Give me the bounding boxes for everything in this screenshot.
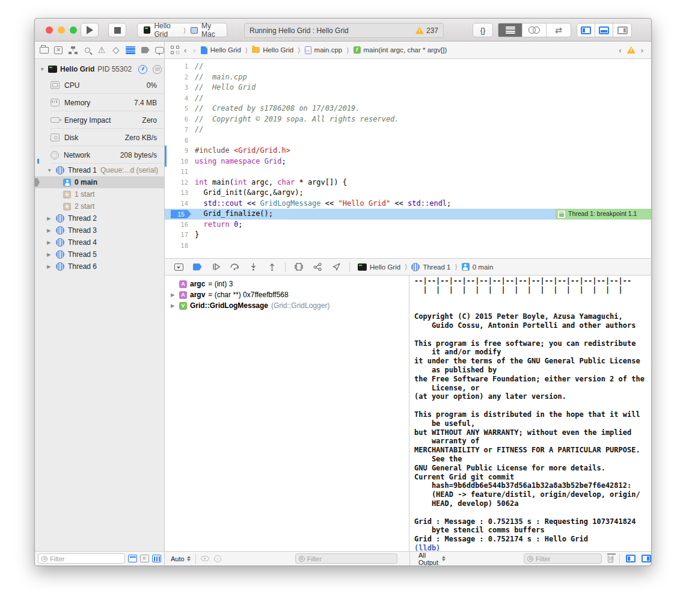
code-line[interactable]: 13 Grid_init(&argc,&argv); [165, 188, 651, 199]
show-only-interesting-button[interactable] [152, 555, 161, 562]
navigator-filter-input[interactable] [50, 555, 121, 562]
code-line[interactable]: 10using namespace Grid; [165, 156, 651, 167]
variables-filter-input[interactable] [307, 555, 394, 562]
stop-button[interactable] [108, 23, 126, 37]
breadcrumb-project[interactable]: Hello Grid [210, 46, 241, 54]
show-crashed-threads-button[interactable] [140, 555, 149, 562]
console-filter-field[interactable] [524, 553, 602, 564]
debug-view-hierarchy-button[interactable] [293, 262, 304, 272]
symbol-navigator-tab[interactable] [69, 45, 78, 55]
toggle-navigator-button[interactable] [577, 23, 595, 37]
code-line[interactable]: 18 [165, 241, 651, 251]
code-line[interactable]: 11 [165, 167, 651, 177]
info-icon[interactable]: i [214, 555, 221, 562]
variable-row[interactable]: ▶VGrid::GridLogMessage(Grid::GridLogger) [165, 300, 409, 311]
toggle-debug-area-button[interactable] [595, 23, 613, 37]
code-line[interactable]: 6// Copyright © 2019 sopa. All rights re… [165, 114, 651, 125]
issue-navigator-tab[interactable]: ⚠ [97, 45, 106, 55]
source-control-navigator-tab[interactable]: ✕ [54, 45, 63, 55]
go-forward-button[interactable]: › [191, 46, 197, 55]
minimize-window-button[interactable] [58, 26, 65, 34]
disclosure-icon[interactable]: ▶ [171, 292, 176, 298]
breadcrumb-file[interactable]: main.cpp [314, 46, 343, 54]
thread-row[interactable]: ▶Thread 6 [35, 260, 164, 273]
variables-view[interactable]: Aargc= (int) 3▶Aargv= (char **) 0x7ffeef… [165, 276, 409, 551]
code-line[interactable]: 7// [165, 125, 651, 135]
stack-frame-row[interactable]: 0 main [35, 176, 164, 188]
gauge-row-energy-impact[interactable]: Energy ImpactZero [35, 111, 164, 129]
lldb-prompt[interactable]: (lldb) [414, 544, 651, 551]
hide-debug-area-button[interactable] [173, 262, 184, 272]
related-items-icon[interactable] [171, 46, 179, 54]
source-editor[interactable]: 1//2// main.cpp3// Hello Grid4//5// Crea… [165, 59, 651, 258]
thread-row[interactable]: ▶Thread 4 [35, 236, 164, 248]
code-line[interactable]: 2// main.cpp [165, 72, 651, 83]
show-running-blocks-button[interactable] [128, 555, 137, 562]
variable-row[interactable]: ▶Aargv= (char **) 0x7ffeefbff568 [165, 289, 409, 300]
thread-row[interactable]: ▶Thread 5 [35, 248, 164, 260]
variables-filter-field[interactable] [295, 553, 397, 564]
next-issue-button[interactable]: › [639, 46, 645, 55]
quicklook-icon[interactable] [201, 556, 209, 561]
stack-frame-row[interactable]: ✳1 start [35, 188, 164, 200]
thread-row[interactable]: ▶Thread 2 [35, 212, 164, 224]
code-line[interactable]: 17} [165, 230, 651, 241]
console-output[interactable]: --|--|--|--|--|--|--|--|--|--|--|--|--|-… [410, 276, 651, 551]
version-editor-button[interactable]: ⇄ [547, 23, 571, 37]
console-scope-select[interactable]: All Output [418, 552, 446, 566]
test-navigator-tab[interactable]: ◇ [111, 45, 120, 55]
variables-scope-select[interactable]: Auto [171, 555, 191, 562]
navigator-filter-field[interactable] [38, 553, 125, 564]
variable-row[interactable]: Aargc= (int) 3 [165, 279, 409, 289]
code-line[interactable]: 14 std::cout << GridLogMessage << "Hello… [165, 199, 651, 209]
clear-console-button[interactable] [608, 555, 613, 562]
issue-badge[interactable]: 237 [415, 26, 438, 35]
scheme-selector[interactable]: Hello Grid ⟩ My Mac [137, 23, 227, 37]
disclosure-open-icon[interactable]: ▼ [40, 66, 45, 72]
previous-issue-button[interactable]: ‹ [617, 46, 623, 55]
disclosure-icon[interactable]: ▼ [47, 167, 52, 173]
report-navigator-tab[interactable] [155, 45, 164, 55]
toggle-inspectors-button[interactable] [613, 23, 631, 37]
gauge-row-disk[interactable]: DiskZero KB/s [35, 129, 164, 146]
breadcrumb-symbol[interactable]: main(int argc, char * argv[]) [364, 46, 447, 54]
breakpoint-navigator-tab[interactable] [141, 45, 150, 55]
library-button[interactable]: {} [473, 23, 493, 37]
disclosure-icon[interactable]: ▶ [47, 263, 52, 270]
project-navigator-tab[interactable] [40, 45, 49, 55]
breakpoint-annotation[interactable]: Thread 1: breakpoint 1.1 [555, 209, 651, 220]
find-navigator-tab[interactable] [83, 45, 92, 55]
breadcrumb-group[interactable]: Hello Grid [263, 46, 293, 54]
warning-icon[interactable] [627, 46, 635, 54]
code-line[interactable]: 5// Created by s1786208 on 17/03/2019. [165, 103, 651, 114]
code-line[interactable]: 9#include <Grid/Grid.h> [165, 146, 651, 156]
code-line[interactable]: 1// [165, 61, 651, 72]
code-line[interactable]: 16 return 0; [165, 220, 651, 230]
assistant-editor-button[interactable] [522, 23, 547, 37]
continue-button[interactable] [210, 262, 221, 272]
zoom-window-button[interactable] [70, 26, 77, 34]
code-line[interactable]: 8 [165, 135, 651, 146]
disclosure-icon[interactable]: ▶ [171, 303, 176, 309]
breakpoints-enabled-button[interactable] [192, 262, 203, 272]
view-mode-icon[interactable] [153, 65, 162, 74]
step-into-button[interactable] [248, 262, 259, 272]
gauge-row-memory[interactable]: Memory7.4 MB [35, 94, 164, 111]
debug-crumb-thread[interactable]: Thread 1 [423, 263, 450, 271]
close-window-button[interactable] [46, 26, 53, 34]
simulate-location-button[interactable] [331, 262, 341, 272]
step-over-button[interactable] [229, 262, 240, 272]
debug-crumb-frame[interactable]: 0 main [473, 263, 494, 271]
code-line[interactable]: 4// [165, 93, 651, 104]
debug-crumb-app[interactable]: Hello Grid [370, 263, 400, 271]
breakpoint-line-badge[interactable]: 15 [171, 210, 191, 219]
code-line[interactable]: 12int main(int argc, char * argv[]) { [165, 177, 651, 188]
code-line[interactable]: 3// Hello Grid [165, 82, 651, 93]
thread-row[interactable]: ▼Thread 1Queue:...d (serial) [35, 164, 164, 176]
process-row[interactable]: ▼ Hello Grid PID 55302 [35, 63, 164, 75]
code-line[interactable]: 15 Grid_finalize();Thread 1: breakpoint … [165, 209, 651, 220]
gauge-row-cpu[interactable]: CPU0% [35, 76, 164, 94]
disclosure-icon[interactable]: ▶ [47, 239, 52, 245]
standard-editor-button[interactable] [498, 23, 522, 37]
toggle-console-view-button[interactable] [642, 555, 651, 562]
